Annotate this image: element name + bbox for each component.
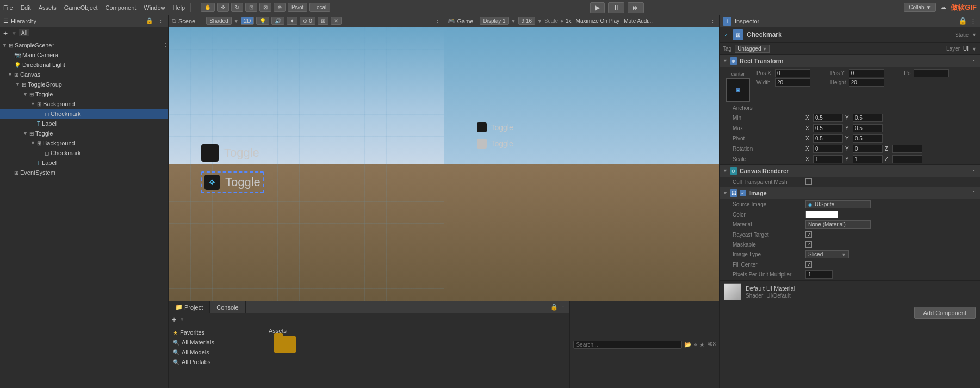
fill-center-checkbox[interactable]: ✓ <box>805 261 812 268</box>
scene-light-btn[interactable]: 💡 <box>256 17 269 25</box>
pivot-button[interactable]: Pivot <box>288 3 307 12</box>
rt-menu[interactable]: ⋮ <box>971 58 977 65</box>
hierarchy-item-directionallight[interactable]: 💡 Directional Light <box>0 60 168 70</box>
img-menu[interactable]: ⋮ <box>971 190 977 197</box>
toolbar-btn-rotate[interactable]: ↻ <box>231 3 243 12</box>
toolbar-btn-hand[interactable]: ✋ <box>201 3 215 12</box>
aspect-arrow[interactable]: ▼ <box>537 19 542 24</box>
bottom-btn3[interactable]: ★ <box>699 341 705 348</box>
pos-x-input[interactable] <box>775 69 810 77</box>
raycast-checkbox[interactable]: ✓ <box>805 231 812 238</box>
display-btn[interactable]: Display 1 <box>480 17 508 25</box>
toolbar-btn-rect[interactable]: ⊠ <box>259 3 271 12</box>
rt-anchor-graphic[interactable]: center <box>724 71 752 102</box>
pos-z-input[interactable] <box>914 69 949 77</box>
cloud-icon[interactable]: ☁ <box>940 4 946 11</box>
maskable-checkbox[interactable]: ✓ <box>805 241 812 248</box>
width-input[interactable] <box>775 78 810 87</box>
anchor-min-x-input[interactable] <box>813 114 843 122</box>
toolbar-btn-scale[interactable]: ⊡ <box>245 3 257 12</box>
hierarchy-item-label2[interactable]: T Label <box>0 158 168 168</box>
shaded-btn[interactable]: Shaded <box>206 17 231 25</box>
scene-settings-btn[interactable]: ⋮ <box>163 42 168 48</box>
material-value[interactable]: None (Material) <box>805 220 871 229</box>
pause-button[interactable]: ⏸ <box>608 2 624 13</box>
rot-z-input[interactable] <box>892 145 922 153</box>
canvas-renderer-header[interactable]: ▼ ⊙ Canvas Renderer ⋮ <box>720 165 980 177</box>
hierarchy-item-background2[interactable]: ▼ ⊞ Background <box>0 138 168 148</box>
mode-2d-btn[interactable]: 2D <box>241 17 255 25</box>
maximize-btn[interactable]: Maximize On Play <box>576 18 620 24</box>
scene-fx-btn[interactable]: ✦ <box>287 17 297 25</box>
local-button[interactable]: Local <box>309 3 330 12</box>
hierarchy-item-checkmark2[interactable]: ◻ Checkmark <box>0 148 168 158</box>
static-arrow[interactable]: ▼ <box>972 32 977 38</box>
game-tab[interactable]: 🎮 Game <box>448 17 474 24</box>
game-panel-menu[interactable]: ⋮ <box>710 17 716 24</box>
color-value[interactable] <box>805 211 838 218</box>
scene-toggle2-selected[interactable]: ✥ Toggle <box>201 171 264 193</box>
pivot-x-input[interactable] <box>813 134 843 143</box>
rect-transform-header[interactable]: ▼ ⊕ Rect Transform ⋮ <box>720 55 980 67</box>
hierarchy-lock-btn[interactable]: 🔒 <box>145 17 154 24</box>
scale-x-input[interactable] <box>813 155 843 163</box>
scale-y-input[interactable] <box>853 155 883 163</box>
project-tab[interactable]: 📁 Project <box>169 301 210 313</box>
toolbar-btn-move[interactable]: ✛ <box>217 3 229 12</box>
hierarchy-tab[interactable]: ☰ Hierarchy <box>3 17 36 24</box>
hierarchy-add-button[interactable]: + <box>2 29 9 38</box>
hierarchy-item-toggle2[interactable]: ▼ ⊞ Toggle <box>0 128 168 138</box>
shaded-arrow[interactable]: ▼ <box>234 19 239 24</box>
hierarchy-item-eventsystem[interactable]: ⊞ EventSystem <box>0 168 168 177</box>
scene-tab[interactable]: ⧉ Scene <box>172 17 195 24</box>
layer-arrow[interactable]: ▼ <box>972 46 977 52</box>
pos-y-input[interactable] <box>849 69 884 77</box>
project-add-arrow[interactable]: ▼ <box>179 317 184 322</box>
play-button[interactable]: ▶ <box>590 2 605 13</box>
scale-z-input[interactable] <box>892 155 922 163</box>
project-more-btn[interactable]: ⋮ <box>560 304 566 311</box>
anchor-min-y-input[interactable] <box>853 114 883 122</box>
hierarchy-item-toggle1[interactable]: ▼ ⊞ Toggle <box>0 89 168 99</box>
bottom-search-input[interactable] <box>573 341 682 349</box>
menu-help[interactable]: Help <box>172 4 185 11</box>
project-add-btn[interactable]: + <box>171 315 177 324</box>
hierarchy-more-btn[interactable]: ⋮ <box>157 17 165 24</box>
menu-component[interactable]: Component <box>105 4 136 11</box>
menu-assets[interactable]: Assets <box>39 4 57 11</box>
object-enabled-checkbox[interactable]: ✓ <box>723 32 729 38</box>
hierarchy-item-label1[interactable]: T Label <box>0 119 168 128</box>
rot-y-input[interactable] <box>853 145 883 153</box>
scene-gizmo-btn[interactable]: ✕ <box>331 17 342 25</box>
hierarchy-filter-all[interactable]: All <box>19 29 29 36</box>
cr-menu[interactable]: ⋮ <box>971 168 977 175</box>
source-image-value[interactable]: ◉ UISprite <box>805 200 871 208</box>
hierarchy-item-canvas[interactable]: ▼ ⊞ Canvas <box>0 70 168 79</box>
mute-btn[interactable]: Mute Audi... <box>624 18 653 24</box>
fav-all-models[interactable]: 🔍 All Models <box>171 347 264 357</box>
display-arrow[interactable]: ▼ <box>511 19 516 24</box>
asset-folder[interactable] <box>269 336 301 353</box>
scene-grid-btn[interactable]: ⊞ <box>318 17 328 25</box>
material-preview[interactable] <box>724 283 741 300</box>
anchor-max-x-input[interactable] <box>813 124 843 132</box>
hierarchy-item-maincamera[interactable]: 📷 Main Camera <box>0 50 168 60</box>
menu-gameobject[interactable]: GameObject <box>64 4 98 11</box>
cull-checkbox[interactable] <box>805 178 812 185</box>
menu-file[interactable]: File <box>3 4 13 11</box>
image-type-dropdown[interactable]: Sliced ▼ <box>805 250 849 258</box>
bottom-btn1[interactable]: 📂 <box>684 341 692 348</box>
favorites-header[interactable]: ★ Favorites <box>171 328 264 337</box>
image-header[interactable]: ▼ 🖼 ✓ Image ⋮ <box>720 187 980 199</box>
inspector-more-btn[interactable]: ⋮ <box>970 17 977 25</box>
hierarchy-item-background1[interactable]: ▼ ⊞ Background <box>0 99 168 109</box>
height-input[interactable] <box>849 78 884 87</box>
scene-audio-btn[interactable]: 🔊 <box>271 17 284 25</box>
game-view[interactable]: Toggle Toggle <box>444 27 720 301</box>
step-button[interactable]: ⏭ <box>628 2 644 13</box>
add-component-button[interactable]: Add Component <box>914 307 976 319</box>
scene-layers-btn[interactable]: ⊙ 0 <box>300 17 315 25</box>
toolbar-btn-transform[interactable]: ⊕ <box>274 3 286 12</box>
project-lock-btn[interactable]: 🔒 <box>550 304 558 311</box>
tag-dropdown[interactable]: Untagged ▼ <box>735 45 770 53</box>
